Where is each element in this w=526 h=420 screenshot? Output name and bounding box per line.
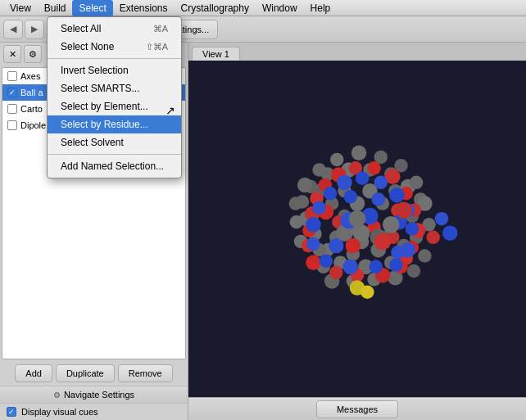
svg-point-96: [389, 259, 402, 272]
svg-point-110: [329, 238, 344, 254]
svg-point-50: [289, 196, 302, 210]
view-tab-bar: View 1: [188, 43, 526, 61]
visual-cues-label: Display visual cues: [21, 407, 98, 417]
svg-point-89: [337, 175, 352, 191]
menubar-extensions[interactable]: Extensions: [113, 0, 175, 16]
menubar-view[interactable]: View: [3, 0, 38, 16]
svg-point-85: [306, 237, 320, 251]
menubar-help[interactable]: Help: [304, 0, 338, 16]
messages-bar: Messages: [188, 397, 526, 420]
back-arrow-icon: ◀: [10, 24, 16, 34]
menu-separator-1: [48, 58, 181, 59]
back-arrow-button[interactable]: ◀: [3, 20, 23, 39]
messages-button[interactable]: Messages: [316, 400, 398, 418]
svg-point-70: [367, 161, 380, 174]
menu-item-select-solvent[interactable]: Select Solvent: [48, 133, 181, 151]
svg-point-95: [401, 242, 416, 258]
navigate-settings-label: Navigate Settings: [64, 390, 134, 400]
svg-point-86: [306, 217, 321, 233]
svg-point-82: [369, 260, 382, 273]
svg-point-61: [329, 266, 342, 279]
svg-point-88: [324, 187, 337, 200]
small-icon-left: ⚙: [53, 391, 61, 400]
svg-point-111: [395, 202, 412, 219]
menu-item-invert-selection[interactable]: Invert Selection: [48, 61, 181, 79]
menubar-select[interactable]: Select: [72, 0, 112, 16]
svg-point-83: [342, 260, 358, 275]
svg-point-51: [290, 215, 303, 228]
svg-point-39: [407, 264, 420, 278]
svg-point-107: [383, 216, 400, 233]
remove-button[interactable]: Remove: [118, 364, 173, 382]
dipole-checkbox[interactable]: [7, 120, 17, 130]
menubar: View Build Select Extensions Crystallogr…: [0, 0, 526, 16]
svg-point-43: [410, 176, 423, 189]
svg-point-77: [426, 231, 439, 244]
svg-point-84: [320, 254, 333, 267]
svg-point-40: [418, 249, 431, 262]
menu-item-select-by-element[interactable]: Select by Element...: [48, 97, 181, 115]
svg-point-108: [374, 233, 392, 251]
select-dropdown-menu: Select All ⌘A Select None ⇧⌘A Invert Sel…: [47, 16, 182, 178]
svg-point-62: [306, 255, 321, 270]
view-tab-1[interactable]: View 1: [192, 47, 240, 61]
visual-cues-checkbox[interactable]: ✓: [7, 407, 16, 417]
menu-separator-2: [48, 154, 181, 155]
right-panel: View 1: [188, 43, 526, 420]
panel-settings-icon[interactable]: ⚙: [24, 45, 42, 63]
menubar-build[interactable]: Build: [38, 0, 73, 16]
duplicate-button[interactable]: Duplicate: [56, 364, 115, 382]
svg-point-79: [372, 192, 385, 205]
menubar-window[interactable]: Window: [256, 0, 304, 16]
molecule-view[interactable]: [188, 61, 526, 397]
svg-point-78: [344, 190, 357, 203]
svg-point-92: [389, 187, 405, 203]
cartoon-label: Carto: [20, 104, 43, 114]
visual-cues-bar: ✓ Display visual cues: [0, 404, 188, 420]
close-icon: ✕: [9, 49, 16, 60]
gear-icon: ⚙: [29, 49, 37, 60]
ball-checkbox[interactable]: ✓: [7, 88, 17, 97]
axes-checkbox[interactable]: [7, 71, 17, 81]
menu-item-select-none[interactable]: Select None ⇧⌘A: [48, 38, 181, 56]
nav-arrows: ◀ ▶: [3, 20, 44, 39]
svg-point-98: [442, 225, 458, 241]
menu-item-select-by-residue[interactable]: Select by Residue...: [48, 115, 181, 133]
svg-point-100: [360, 286, 374, 299]
molecule-svg: [188, 61, 526, 397]
svg-point-46: [351, 146, 367, 161]
svg-point-90: [356, 171, 369, 184]
svg-point-91: [374, 176, 388, 189]
panel-buttons: Add Duplicate Remove: [0, 361, 188, 386]
svg-point-104: [346, 238, 361, 254]
svg-point-109: [349, 210, 366, 228]
svg-point-94: [406, 222, 419, 235]
menu-item-add-named-selection[interactable]: Add Named Selection...: [48, 157, 181, 175]
ball-label: Ball a: [20, 88, 43, 97]
forward-arrow-icon: ▶: [31, 24, 38, 34]
forward-arrow-button[interactable]: ▶: [25, 20, 44, 39]
menu-item-select-all[interactable]: Select All ⌘A: [48, 20, 181, 38]
svg-point-97: [435, 212, 448, 225]
svg-point-87: [312, 201, 325, 215]
axes-label: Axes: [20, 71, 40, 81]
add-button[interactable]: Add: [15, 364, 52, 382]
panel-close-icon[interactable]: ✕: [3, 45, 21, 63]
menu-item-select-smarts[interactable]: Select SMARTS...: [48, 79, 181, 97]
svg-point-47: [330, 153, 343, 166]
navigate-settings-bar: ⚙ Navigate Settings: [0, 386, 188, 404]
dipole-label: Dipole: [20, 120, 46, 130]
cartoon-checkbox[interactable]: [7, 104, 17, 114]
menubar-crystallography[interactable]: Crystallography: [175, 0, 256, 16]
svg-point-48: [312, 163, 325, 176]
svg-point-49: [297, 178, 313, 193]
